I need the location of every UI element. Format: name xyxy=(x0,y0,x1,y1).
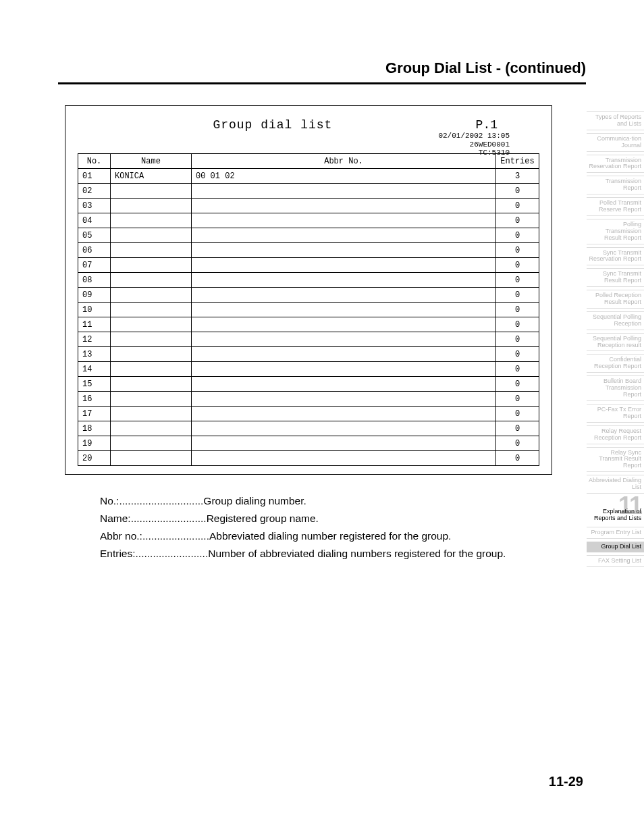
cell-name xyxy=(111,377,192,392)
cell-abbr xyxy=(192,451,496,466)
sidebar-tab[interactable]: Sync Transmit Reservation Report xyxy=(587,247,644,266)
sidebar-tab[interactable]: Program Entry List xyxy=(587,527,644,539)
cell-no: 06 xyxy=(78,243,111,258)
sidebar-tab[interactable]: Relay Sync Transmit Result Report xyxy=(587,447,644,473)
cell-name xyxy=(111,273,192,288)
table-row: 110 xyxy=(78,317,539,332)
cell-name xyxy=(111,407,192,421)
definition-label: Abbr no.: xyxy=(100,528,142,544)
sidebar-tab[interactable]: Communica-tion Journal xyxy=(587,133,644,152)
cell-entries: 0 xyxy=(496,377,539,392)
cell-no: 02 xyxy=(78,184,111,199)
cell-entries: 0 xyxy=(496,228,539,243)
cell-no: 04 xyxy=(78,213,111,228)
sidebar-tab[interactable]: Abbreviated Dialing List xyxy=(587,475,644,494)
sidebar-section-marker[interactable]: 11Explanation of Reports and Lists xyxy=(587,496,644,524)
cell-entries: 0 xyxy=(496,436,539,451)
cell-abbr xyxy=(192,332,496,347)
cell-entries: 0 xyxy=(496,258,539,273)
cell-abbr xyxy=(192,407,496,421)
sidebar-tab[interactable]: Sequential Polling Reception result xyxy=(587,333,644,352)
page-number: 11-29 xyxy=(549,774,583,789)
sidebar-tab[interactable]: Relay Request Reception Report xyxy=(587,425,644,444)
cell-no: 03 xyxy=(78,199,111,213)
cell-abbr xyxy=(192,258,496,273)
sidebar-tab[interactable]: Transmission Report xyxy=(587,176,644,194)
cell-name xyxy=(111,213,192,228)
definition-label: Name: xyxy=(100,511,131,527)
table-row: 050 xyxy=(78,228,539,243)
cell-abbr xyxy=(192,303,496,317)
cell-entries: 0 xyxy=(496,273,539,288)
cell-abbr xyxy=(192,273,496,288)
definition-dots: .......................... xyxy=(131,513,207,524)
cell-name xyxy=(111,184,192,199)
cell-entries: 0 xyxy=(496,199,539,213)
report-printout: Group dial list P.1 02/01/2002 13:05 26W… xyxy=(65,105,552,475)
cell-abbr xyxy=(192,392,496,407)
cell-abbr xyxy=(192,347,496,362)
cell-abbr xyxy=(192,184,496,199)
sidebar-tab[interactable]: Transmission Reservation Report xyxy=(587,155,644,174)
cell-abbr xyxy=(192,362,496,377)
cell-entries: 0 xyxy=(496,184,539,199)
sidebar-tab[interactable]: Sequential Polling Reception xyxy=(587,311,644,330)
cell-abbr xyxy=(192,421,496,436)
sidebar-tab[interactable]: FAX Setting List xyxy=(587,555,644,567)
sidebar-tab[interactable]: Bulletin Board Transmission Report xyxy=(587,375,644,401)
table-row: 150 xyxy=(78,377,539,392)
sidebar-tab[interactable]: Confidential Reception Report xyxy=(587,354,644,373)
definition-dots: ............................. xyxy=(119,495,203,506)
table-row: 080 xyxy=(78,273,539,288)
definition-row: No.: .............................Group … xyxy=(100,493,545,509)
definition-value: Number of abbreviated dialing numbers re… xyxy=(208,548,506,559)
page-title: Group Dial List - (continued) xyxy=(58,59,586,84)
definition-row: Name: ..........................Register… xyxy=(100,511,545,527)
sidebar-tab[interactable]: Polled Transmit Reserve Report xyxy=(587,197,644,216)
table-row: 060 xyxy=(78,243,539,258)
table-row: 190 xyxy=(78,436,539,451)
cell-entries: 0 xyxy=(496,243,539,258)
sidebar-tab[interactable]: Types of Reports and Lists xyxy=(587,111,644,130)
cell-abbr xyxy=(192,377,496,392)
definition-label: No.: xyxy=(100,493,119,509)
sidebar-tabs: Types of Reports and ListsCommunica-tion… xyxy=(587,111,644,567)
cell-no: 11 xyxy=(78,317,111,332)
cell-name xyxy=(111,199,192,213)
sidebar-tab[interactable]: Polled Reception Result Report xyxy=(587,290,644,309)
sidebar-tab[interactable]: Sync Transmit Result Report xyxy=(587,268,644,287)
definition-row: Entries:.........................Number … xyxy=(100,546,545,562)
cell-name xyxy=(111,392,192,407)
definition-dots: ......................... xyxy=(136,548,209,559)
cell-name xyxy=(111,347,192,362)
report-metadata: 02/01/2002 13:05 26WED0001 TC:5310 xyxy=(438,132,510,157)
cell-entries: 0 xyxy=(496,213,539,228)
cell-name xyxy=(111,228,192,243)
table-row: 040 xyxy=(78,213,539,228)
cell-name xyxy=(111,436,192,451)
cell-entries: 0 xyxy=(496,407,539,421)
cell-abbr xyxy=(192,199,496,213)
col-header-no: No. xyxy=(78,154,111,169)
cell-no: 05 xyxy=(78,228,111,243)
cell-no: 19 xyxy=(78,436,111,451)
definition-dots: ....................... xyxy=(142,530,209,542)
cell-no: 18 xyxy=(78,421,111,436)
cell-no: 01 xyxy=(78,169,111,184)
cell-name xyxy=(111,332,192,347)
sidebar-tab[interactable]: Group Dial List xyxy=(587,542,644,552)
sidebar-tab[interactable]: PC-Fax Tx Error Report xyxy=(587,404,644,423)
table-row: 030 xyxy=(78,199,539,213)
sidebar-tab[interactable]: Polling Transmission Result Report xyxy=(587,219,644,244)
cell-name xyxy=(111,303,192,317)
cell-entries: 0 xyxy=(496,288,539,303)
cell-no: 20 xyxy=(78,451,111,466)
table-row: 160 xyxy=(78,392,539,407)
table-row: 020 xyxy=(78,184,539,199)
table-row: 140 xyxy=(78,362,539,377)
cell-name xyxy=(111,362,192,377)
report-title: Group dial list xyxy=(213,118,332,132)
report-page-number: P.1 xyxy=(476,118,498,132)
group-dial-table: No. Name Abbr No. Entries 01KONICA00 01 … xyxy=(78,153,539,466)
cell-name xyxy=(111,243,192,258)
